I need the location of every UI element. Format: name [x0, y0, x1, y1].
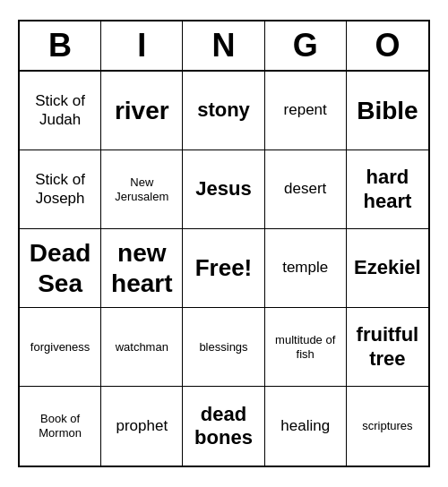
bingo-cell[interactable]: Free! [183, 229, 264, 308]
bingo-cell[interactable]: river [101, 72, 183, 150]
cell-text: Ezekiel [354, 256, 421, 279]
bingo-grid: Stick of JudahriverstonyrepentBibleStick… [20, 72, 428, 466]
header-letter: B [20, 21, 101, 70]
cell-text: scriptures [362, 419, 412, 433]
cell-text: multitude of fish [269, 333, 342, 361]
bingo-cell[interactable]: healing [265, 387, 347, 466]
cell-text: repent [284, 101, 327, 119]
bingo-cell[interactable]: prophet [101, 387, 183, 466]
cell-text: Stick of Judah [23, 92, 97, 129]
cell-text: river [115, 96, 169, 126]
bingo-cell[interactable]: stony [183, 72, 264, 150]
cell-text: temple [282, 259, 328, 277]
bingo-cell[interactable]: repent [265, 72, 347, 150]
cell-text: healing [280, 417, 330, 435]
cell-text: new heart [105, 238, 178, 298]
bingo-cell[interactable]: blessings [183, 308, 264, 387]
cell-text: New Jerusalem [105, 175, 178, 203]
cell-text: Free! [195, 254, 253, 282]
cell-text: forgiveness [30, 340, 90, 355]
bingo-cell[interactable]: Stick of Joseph [20, 150, 101, 229]
bingo-cell[interactable]: Bible [347, 72, 428, 150]
bingo-cell[interactable]: hard heart [347, 150, 428, 229]
bingo-cell[interactable]: Book of Mormon [20, 387, 101, 466]
cell-text: Stick of Joseph [23, 171, 97, 208]
bingo-cell[interactable]: multitude of fish [265, 308, 347, 387]
bingo-cell[interactable]: scriptures [347, 387, 428, 466]
bingo-cell[interactable]: watchman [101, 308, 183, 387]
bingo-cell[interactable]: fruitful tree [347, 308, 428, 387]
header-letter: G [265, 21, 347, 70]
cell-text: stony [197, 98, 250, 122]
bingo-card: BINGO Stick of JudahriverstonyrepentBibl… [18, 20, 430, 467]
header-letter: N [183, 21, 264, 70]
cell-text: blessings [199, 340, 247, 355]
cell-text: Dead Sea [23, 238, 97, 298]
bingo-cell[interactable]: temple [265, 229, 347, 308]
cell-text: prophet [116, 417, 168, 435]
cell-text: Bible [357, 96, 418, 126]
cell-text: fruitful tree [350, 323, 425, 371]
bingo-cell[interactable]: Jesus [183, 150, 264, 229]
header-letter: O [347, 21, 428, 70]
bingo-cell[interactable]: desert [265, 150, 347, 229]
header-letter: I [101, 21, 183, 70]
bingo-cell[interactable]: forgiveness [20, 308, 101, 387]
cell-text: dead bones [186, 403, 260, 450]
bingo-cell[interactable]: new heart [101, 229, 183, 308]
bingo-cell[interactable]: dead bones [183, 387, 264, 466]
bingo-cell[interactable]: Stick of Judah [20, 72, 101, 150]
cell-text: desert [284, 180, 326, 198]
cell-text: Book of Mormon [23, 412, 97, 440]
cell-text: watchman [116, 340, 168, 355]
cell-text: hard heart [350, 166, 425, 213]
bingo-cell[interactable]: New Jerusalem [101, 150, 183, 229]
bingo-header: BINGO [20, 21, 428, 72]
bingo-cell[interactable]: Dead Sea [20, 229, 101, 308]
bingo-cell[interactable]: Ezekiel [347, 229, 428, 308]
cell-text: Jesus [195, 177, 251, 201]
